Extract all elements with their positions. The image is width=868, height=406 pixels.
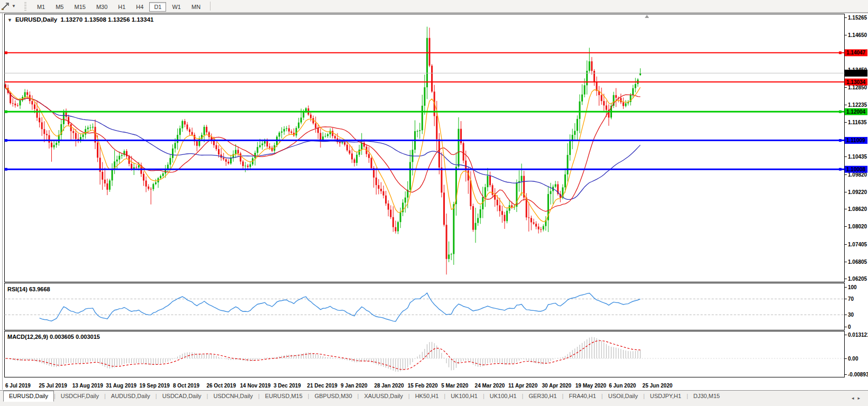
line-handle-left[interactable] — [5, 139, 7, 142]
candle-body — [118, 156, 120, 160]
candle-body — [499, 205, 500, 211]
price-badge-label: 1.11009 — [846, 137, 865, 143]
chart-tab-eurusd-daily[interactable]: EURUSD,Daily — [3, 391, 54, 402]
candle-body — [138, 165, 140, 167]
price-tick-label: 1.09220 — [848, 189, 867, 195]
candle-body — [48, 135, 50, 143]
chart-tab-usdjpy-h1[interactable]: USDJPY,H1 — [645, 391, 687, 402]
date-axis-label: 14 Nov 2019 — [240, 383, 271, 389]
candle-body — [160, 176, 161, 178]
candle-body — [533, 223, 534, 224]
chart-tab-gbpusd-m30[interactable]: GBPUSD,M30 — [309, 391, 358, 402]
tab-scroll-arrows[interactable]: ◂▸ — [852, 395, 864, 401]
timeframe-button-m15[interactable]: M15 — [69, 2, 90, 12]
candle-body — [593, 71, 595, 82]
candle-body — [569, 141, 571, 155]
line-handle-right[interactable] — [839, 110, 842, 113]
candle-body — [34, 105, 35, 109]
candle-body — [625, 103, 626, 106]
candle-body — [540, 229, 542, 230]
line-handle-right[interactable] — [839, 168, 842, 171]
rsi-plot-area[interactable] — [5, 283, 845, 330]
candle-body — [172, 149, 173, 158]
date-axis-label: 9 Jan 2020 — [341, 383, 368, 389]
date-axis-label: 19 May 2020 — [575, 383, 607, 389]
candle-body — [535, 224, 537, 226]
rsi-indicator-label: RSI(14) 63.9668 — [7, 286, 50, 292]
chart-tab-uk100-h1[interactable]: UK100,H1 — [485, 391, 522, 402]
chart-tab-usdchf-daily[interactable]: USDCHF,Daily — [56, 391, 104, 402]
candle-body — [155, 182, 157, 184]
chart-tab-usdcad-daily[interactable]: USDCAD,Daily — [157, 391, 207, 402]
timeframe-button-m5[interactable]: M5 — [51, 2, 68, 12]
line-handle-right[interactable] — [839, 139, 842, 142]
timeframe-button-h4[interactable]: H4 — [131, 2, 148, 12]
price-badge-label: 1.10008 — [846, 167, 866, 172]
candle-body — [472, 206, 474, 230]
chart-tab-uk100-h1[interactable]: UK100,H1 — [445, 391, 483, 402]
chart-tabs-group: EURUSD,Daily|USDCHF,Daily|AUDUSD,Daily|U… — [3, 391, 725, 402]
chart-tab-xauusd-daily[interactable]: XAUUSD,Daily — [359, 391, 408, 402]
chart-tab-hk50-h1[interactable]: HK50,H1 — [410, 391, 444, 402]
chart-tab-audusd-daily[interactable]: AUDUSD,Daily — [106, 391, 156, 402]
candle-body — [223, 158, 224, 160]
candle-body — [376, 178, 377, 185]
candle-body — [106, 183, 108, 190]
macd-indicator-label: MACD(12,26,9) 0.003605 0.003015 — [7, 334, 100, 340]
date-axis-label: 3 Dec 2019 — [273, 383, 301, 389]
timeframe-button-m30[interactable]: M30 — [92, 2, 112, 12]
chart-tab-ger30-h1[interactable]: GER30,H1 — [523, 391, 562, 402]
date-axis-label: 13 Aug 2019 — [72, 383, 103, 389]
candle-body — [344, 142, 345, 144]
chart-collapse-icon[interactable]: ▼ — [7, 17, 12, 23]
chart-tab-usdcnh-daily[interactable]: USDCNH,Daily — [208, 391, 258, 402]
date-axis-label: 26 Oct 2019 — [206, 383, 236, 389]
timeframe-button-d1[interactable]: D1 — [149, 2, 166, 12]
candle-body — [504, 215, 505, 221]
dropdown-caret-icon[interactable]: ▼ — [12, 4, 16, 8]
candle-body — [41, 122, 43, 129]
candle-body — [56, 143, 57, 145]
candle-body — [310, 115, 312, 118]
candle-body — [632, 88, 634, 95]
candle-body — [441, 168, 442, 192]
line-handle-left[interactable] — [5, 168, 7, 171]
candle-body — [135, 167, 137, 168]
main-chart-plot-area[interactable] — [5, 14, 845, 282]
line-handle-left[interactable] — [5, 110, 7, 113]
candle-body — [89, 127, 91, 128]
chart-tab-dj30-m15[interactable]: DJ30,M15 — [688, 391, 725, 402]
price-badge-label: 1.12004 — [846, 109, 866, 115]
candle-body — [382, 191, 384, 196]
candle-body — [615, 95, 617, 98]
candle-body — [509, 205, 510, 210]
line-handle-right[interactable] — [839, 51, 842, 54]
candle-body — [596, 82, 598, 91]
candle-body — [477, 218, 479, 223]
candle-body — [317, 128, 319, 133]
timeframe-button-m1[interactable]: M1 — [32, 2, 50, 12]
tab-scroll-right-icon[interactable]: ▸ — [857, 395, 864, 401]
timeframe-button-w1[interactable]: W1 — [167, 2, 186, 12]
crosshair-tool-icon[interactable] — [0, 2, 11, 11]
candle-body — [240, 153, 241, 161]
rsi-tick-label: 0 — [848, 324, 851, 330]
timeframe-button-h1[interactable]: H1 — [113, 2, 130, 12]
timeframe-button-mn[interactable]: MN — [187, 2, 205, 12]
candle-body — [290, 132, 292, 133]
candle-body — [242, 162, 244, 167]
candle-body — [87, 127, 89, 129]
candle-body — [264, 141, 266, 143]
line-handle-left[interactable] — [5, 51, 7, 54]
tab-scroll-left-icon[interactable]: ◂ — [852, 395, 858, 401]
candle-body — [259, 145, 261, 147]
chart-tab-eurusd-m15[interactable]: EURUSD,M15 — [260, 391, 308, 402]
candle-body — [485, 187, 486, 197]
candle-body — [143, 174, 144, 181]
candle-body — [332, 131, 333, 136]
toolbar-grip-handle[interactable] — [24, 2, 26, 11]
chart-tab-fra40-h1[interactable]: FRA40,H1 — [563, 391, 601, 402]
candle-body — [204, 127, 205, 135]
chart-tab-usoil-daily[interactable]: USOil,Daily — [603, 391, 643, 402]
candle-body — [191, 132, 193, 135]
